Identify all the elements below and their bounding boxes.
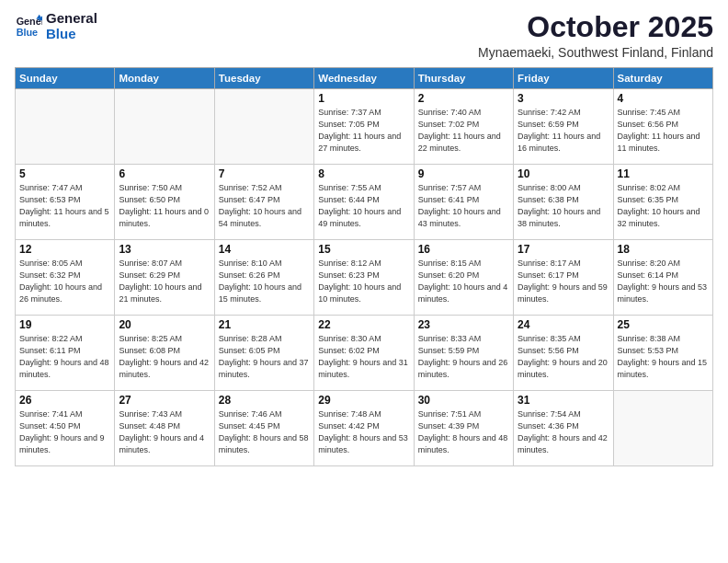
calendar-cell: 22Sunrise: 8:30 AM Sunset: 6:02 PM Dayli…: [314, 316, 414, 391]
title-block: October 2025 Mynaemaeki, Southwest Finla…: [478, 11, 713, 60]
day-number: 22: [318, 318, 409, 331]
cell-info: Sunrise: 8:20 AM Sunset: 6:14 PM Dayligh…: [618, 258, 709, 305]
day-number: 24: [518, 318, 609, 331]
cell-info: Sunrise: 8:28 AM Sunset: 6:05 PM Dayligh…: [219, 333, 310, 381]
day-number: 7: [219, 167, 310, 180]
logo-line1: General: [46, 10, 97, 26]
calendar-cell: 18Sunrise: 8:20 AM Sunset: 6:14 PM Dayli…: [613, 240, 712, 316]
calendar-cell: [16, 89, 115, 165]
day-number: 26: [19, 394, 110, 407]
day-number: 31: [518, 394, 609, 407]
calendar-cell: 2Sunrise: 7:40 AM Sunset: 7:02 PM Daylig…: [414, 89, 513, 165]
cell-info: Sunrise: 8:00 AM Sunset: 6:38 PM Dayligh…: [518, 182, 609, 230]
day-number: 30: [418, 394, 509, 407]
day-number: 8: [318, 167, 409, 180]
calendar-cell: 16Sunrise: 8:15 AM Sunset: 6:20 PM Dayli…: [414, 240, 513, 316]
day-number: 18: [618, 243, 709, 256]
calendar-cell: 4Sunrise: 7:45 AM Sunset: 6:56 PM Daylig…: [613, 89, 712, 165]
calendar-cell: 20Sunrise: 8:25 AM Sunset: 6:08 PM Dayli…: [115, 316, 214, 391]
day-number: 23: [418, 318, 509, 331]
day-header-wednesday: Wednesday: [314, 68, 414, 89]
day-number: 11: [618, 167, 709, 180]
day-number: 27: [119, 394, 210, 407]
cell-info: Sunrise: 8:12 AM Sunset: 6:23 PM Dayligh…: [318, 258, 409, 305]
cell-info: Sunrise: 7:54 AM Sunset: 4:36 PM Dayligh…: [518, 408, 609, 456]
location: Mynaemaeki, Southwest Finland, Finland: [478, 45, 713, 60]
cell-info: Sunrise: 8:33 AM Sunset: 5:59 PM Dayligh…: [418, 333, 509, 381]
cell-info: Sunrise: 8:17 AM Sunset: 6:17 PM Dayligh…: [518, 258, 609, 305]
calendar-cell: 30Sunrise: 7:51 AM Sunset: 4:39 PM Dayli…: [414, 391, 513, 466]
cell-info: Sunrise: 8:35 AM Sunset: 5:56 PM Dayligh…: [518, 333, 609, 381]
cell-info: Sunrise: 8:05 AM Sunset: 6:32 PM Dayligh…: [19, 258, 110, 305]
day-number: 9: [418, 167, 509, 180]
day-number: 3: [518, 92, 609, 105]
calendar-cell: 25Sunrise: 8:38 AM Sunset: 5:53 PM Dayli…: [613, 316, 712, 391]
calendar-cell: 21Sunrise: 8:28 AM Sunset: 6:05 PM Dayli…: [214, 316, 313, 391]
cell-info: Sunrise: 7:55 AM Sunset: 6:44 PM Dayligh…: [318, 182, 409, 230]
calendar-cell: 9Sunrise: 7:57 AM Sunset: 6:41 PM Daylig…: [414, 165, 513, 240]
week-row-4: 26Sunrise: 7:41 AM Sunset: 4:50 PM Dayli…: [16, 391, 713, 466]
cell-info: Sunrise: 7:57 AM Sunset: 6:41 PM Dayligh…: [418, 182, 509, 230]
week-row-3: 19Sunrise: 8:22 AM Sunset: 6:11 PM Dayli…: [16, 316, 713, 391]
cell-info: Sunrise: 7:47 AM Sunset: 6:53 PM Dayligh…: [19, 182, 110, 230]
cell-info: Sunrise: 7:43 AM Sunset: 4:48 PM Dayligh…: [119, 408, 210, 456]
calendar-cell: 7Sunrise: 7:52 AM Sunset: 6:47 PM Daylig…: [214, 165, 313, 240]
day-number: 5: [19, 167, 110, 180]
calendar-cell: 27Sunrise: 7:43 AM Sunset: 4:48 PM Dayli…: [115, 391, 214, 466]
cell-info: Sunrise: 8:02 AM Sunset: 6:35 PM Dayligh…: [618, 182, 709, 230]
cell-info: Sunrise: 7:41 AM Sunset: 4:50 PM Dayligh…: [19, 408, 110, 456]
day-number: 20: [119, 318, 210, 331]
day-number: 21: [219, 318, 310, 331]
day-number: 6: [119, 167, 210, 180]
cell-info: Sunrise: 8:25 AM Sunset: 6:08 PM Dayligh…: [119, 333, 210, 381]
calendar-cell: 15Sunrise: 8:12 AM Sunset: 6:23 PM Dayli…: [314, 240, 414, 316]
day-number: 1: [318, 92, 409, 105]
day-number: 19: [19, 318, 110, 331]
day-number: 15: [318, 243, 409, 256]
calendar-cell: [214, 89, 313, 165]
day-number: 12: [19, 243, 110, 256]
cell-info: Sunrise: 8:30 AM Sunset: 6:02 PM Dayligh…: [318, 333, 409, 381]
calendar: SundayMondayTuesdayWednesdayThursdayFrid…: [15, 67, 713, 466]
logo-line2: Blue: [46, 26, 76, 41]
cell-info: Sunrise: 7:40 AM Sunset: 7:02 PM Dayligh…: [418, 107, 509, 155]
cell-info: Sunrise: 7:37 AM Sunset: 7:05 PM Dayligh…: [318, 107, 409, 155]
cell-info: Sunrise: 7:45 AM Sunset: 6:56 PM Dayligh…: [618, 107, 709, 155]
day-headers: SundayMondayTuesdayWednesdayThursdayFrid…: [16, 68, 713, 89]
page: General Blue General Blue October 2025 M…: [0, 0, 728, 563]
calendar-cell: [613, 391, 712, 466]
day-header-friday: Friday: [514, 68, 613, 89]
svg-text:Blue: Blue: [17, 27, 38, 38]
calendar-cell: 28Sunrise: 7:46 AM Sunset: 4:45 PM Dayli…: [214, 391, 313, 466]
calendar-cell: 19Sunrise: 8:22 AM Sunset: 6:11 PM Dayli…: [16, 316, 115, 391]
calendar-cell: 26Sunrise: 7:41 AM Sunset: 4:50 PM Dayli…: [16, 391, 115, 466]
day-number: 17: [518, 243, 609, 256]
cell-info: Sunrise: 8:15 AM Sunset: 6:20 PM Dayligh…: [418, 258, 509, 305]
logo: General Blue General Blue: [15, 11, 97, 41]
calendar-cell: [115, 89, 214, 165]
day-number: 10: [518, 167, 609, 180]
calendar-cell: 12Sunrise: 8:05 AM Sunset: 6:32 PM Dayli…: [16, 240, 115, 316]
day-header-tuesday: Tuesday: [214, 68, 313, 89]
day-number: 14: [219, 243, 310, 256]
cell-info: Sunrise: 7:52 AM Sunset: 6:47 PM Dayligh…: [219, 182, 310, 230]
cell-info: Sunrise: 8:22 AM Sunset: 6:11 PM Dayligh…: [19, 333, 110, 381]
day-header-thursday: Thursday: [414, 68, 513, 89]
calendar-cell: 5Sunrise: 7:47 AM Sunset: 6:53 PM Daylig…: [16, 165, 115, 240]
logo-icon: General Blue: [15, 13, 42, 40]
day-number: 13: [119, 243, 210, 256]
cell-info: Sunrise: 7:48 AM Sunset: 4:42 PM Dayligh…: [318, 408, 409, 456]
day-header-saturday: Saturday: [613, 68, 712, 89]
calendar-cell: 13Sunrise: 8:07 AM Sunset: 6:29 PM Dayli…: [115, 240, 214, 316]
day-number: 2: [418, 92, 509, 105]
calendar-cell: 10Sunrise: 8:00 AM Sunset: 6:38 PM Dayli…: [514, 165, 613, 240]
calendar-cell: 1Sunrise: 7:37 AM Sunset: 7:05 PM Daylig…: [314, 89, 414, 165]
week-row-0: 1Sunrise: 7:37 AM Sunset: 7:05 PM Daylig…: [16, 89, 713, 165]
calendar-cell: 6Sunrise: 7:50 AM Sunset: 6:50 PM Daylig…: [115, 165, 214, 240]
day-number: 25: [618, 318, 709, 331]
cell-info: Sunrise: 7:42 AM Sunset: 6:59 PM Dayligh…: [518, 107, 609, 155]
cell-info: Sunrise: 7:50 AM Sunset: 6:50 PM Dayligh…: [119, 182, 210, 230]
day-header-sunday: Sunday: [16, 68, 115, 89]
week-row-1: 5Sunrise: 7:47 AM Sunset: 6:53 PM Daylig…: [16, 165, 713, 240]
calendar-cell: 29Sunrise: 7:48 AM Sunset: 4:42 PM Dayli…: [314, 391, 414, 466]
